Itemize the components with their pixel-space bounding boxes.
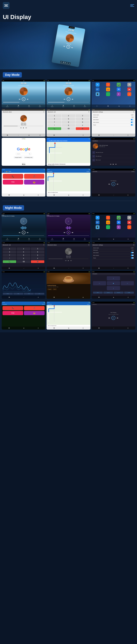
- night-bb-apps-nav[interactable]: ⊞: [128, 297, 128, 298]
- carplay-music[interactable]: 🎵: [24, 174, 44, 179]
- call-end-btn[interactable]: 📵: [76, 127, 89, 130]
- bb-music-call[interactable]: ♪: [68, 134, 69, 136]
- bb-gps-bt[interactable]: ◉: [28, 134, 30, 136]
- bottom-prev-btn[interactable]: ⏮: [108, 317, 110, 319]
- social-next[interactable]: ⏭: [115, 164, 117, 165]
- night-play-1[interactable]: ⏸: [22, 231, 26, 234]
- eq-mid[interactable]: MID: [13, 293, 23, 294]
- night-bb-gps-nav[interactable]: ◉: [113, 297, 114, 298]
- night-bt-next[interactable]: ⏭: [70, 260, 72, 261]
- night-app-yt[interactable]: ▶: [127, 220, 131, 224]
- night-app-podcast[interactable]: 🎙: [117, 225, 121, 229]
- bb-gps-google[interactable]: ◉: [24, 164, 25, 165]
- call-answer-btn[interactable]: 📞: [48, 127, 61, 130]
- google-lucky-btn[interactable]: I'm Feeling Lucky: [24, 156, 34, 158]
- social-play[interactable]: ▶: [113, 164, 114, 165]
- call-btn-star[interactable]: *: [48, 124, 61, 127]
- app-more[interactable]: +: [127, 92, 131, 96]
- bb-dial-1[interactable]: ☎DIAL: [18, 105, 19, 107]
- night-bb-settings-bt-music[interactable]: ⚙: [82, 268, 84, 269]
- bb-apps-carplay[interactable]: ⊞: [38, 194, 39, 196]
- night-next-2[interactable]: ⏭: [72, 232, 74, 234]
- bb-phone-google[interactable]: ☎: [22, 164, 23, 165]
- bb-gear-settings[interactable]: ⚙: [128, 134, 128, 136]
- night-call-btn-4[interactable]: 4: [3, 251, 16, 253]
- app-maps[interactable]: 🗺: [117, 88, 121, 91]
- call-btn-7[interactable]: 7: [48, 121, 61, 124]
- night-app-more[interactable]: +: [127, 225, 131, 229]
- night-nav-btn-3[interactable]: ROUTE: [114, 292, 124, 294]
- bb-email-1[interactable]: ✉EMAIL: [6, 105, 9, 107]
- night-call-btn-8[interactable]: 8: [17, 254, 30, 256]
- app-bt[interactable]: BT: [96, 88, 100, 91]
- bb-home-apps[interactable]: ⊞: [130, 106, 130, 107]
- night-call-btn-2[interactable]: 2: [17, 248, 30, 250]
- bb-music-nav-music[interactable]: ♪: [113, 194, 114, 196]
- nav-down-btn[interactable]: ↓: [107, 286, 120, 290]
- bb-music-bottom-play[interactable]: ♪: [113, 328, 114, 329]
- app-spotify[interactable]: 🎵: [106, 92, 110, 96]
- bb-phone-nav-music[interactable]: ☎: [98, 194, 100, 196]
- play-icon[interactable]: ⏸: [66, 45, 70, 49]
- night-bb-phone-food[interactable]: ☎: [54, 297, 55, 298]
- prev-1[interactable]: ⏮: [19, 98, 20, 100]
- bb-phone-bt[interactable]: ☎: [7, 134, 8, 136]
- call-btn-0[interactable]: 0: [62, 124, 75, 127]
- call-btn-2[interactable]: 2: [62, 114, 75, 117]
- call-btn-8[interactable]: 8: [62, 121, 75, 124]
- night-call-btn-0[interactable]: 0: [17, 257, 30, 260]
- night-bt-play[interactable]: ▶: [68, 260, 69, 261]
- bottom-app-podcast[interactable]: POD: [2, 311, 23, 315]
- carplay-phone[interactable]: 📞: [3, 174, 23, 179]
- bb-apps-bottom-carplay[interactable]: ⊞: [38, 328, 39, 329]
- bb-apps-1[interactable]: ⊞APPS: [39, 105, 41, 107]
- google-search-bar[interactable]: Search... 🔍: [16, 153, 32, 155]
- night-bb-phone-settings[interactable]: ☎: [98, 268, 100, 269]
- night-app-settings[interactable]: ⚙: [127, 216, 131, 220]
- bb-apps-bt[interactable]: ⊞: [40, 134, 40, 136]
- night-bb-phone-apps[interactable]: ☎: [98, 238, 100, 240]
- call-btn-hash[interactable]: #: [76, 124, 89, 127]
- bottom-app-radio[interactable]: 📻: [24, 311, 44, 315]
- night-bb-music-bt-call[interactable]: ♪: [24, 268, 24, 269]
- nav-play-btn[interactable]: ▶: [112, 182, 115, 186]
- bb-phone-bottom-play[interactable]: ☎: [98, 328, 100, 329]
- night-bt-prev[interactable]: ⏮: [65, 260, 66, 261]
- night-bb-apps-wave[interactable]: ⊞: [38, 297, 39, 298]
- app-camera[interactable]: 📱: [96, 92, 100, 96]
- night-prev-1[interactable]: ⏮: [19, 232, 20, 234]
- night-bb-gps-1[interactable]: ◉GPS: [28, 238, 30, 240]
- call-btn-6[interactable]: 6: [76, 118, 89, 120]
- night-bb-dial-1[interactable]: ☎DIAL: [18, 238, 19, 240]
- bb-maps-carplay[interactable]: ◉: [23, 194, 24, 196]
- night-app-maps[interactable]: 🗺: [117, 220, 121, 224]
- night-bb-apps-1[interactable]: ⊞APPS: [39, 238, 41, 240]
- app-yt[interactable]: ▶: [127, 88, 131, 91]
- night-prev-2[interactable]: ⏮: [64, 232, 65, 234]
- bottom-play-btn[interactable]: ▶: [112, 316, 115, 320]
- night-app-spotify[interactable]: 🎵: [106, 225, 110, 229]
- bb-music-bt[interactable]: ♪: [18, 134, 18, 136]
- auto-connect-toggle[interactable]: [131, 122, 134, 123]
- call-btn-5[interactable]: 5: [62, 118, 75, 120]
- bb-apps-2[interactable]: ⊞APPS: [84, 105, 86, 107]
- night-bb-phone-nav[interactable]: ☎: [98, 297, 100, 298]
- night-bt-call-close[interactable]: ✕: [43, 244, 44, 246]
- bottom-app-phone[interactable]: 📞: [2, 306, 23, 310]
- nav-prev-btn[interactable]: ⏮: [108, 183, 110, 185]
- bottom-app-music[interactable]: 🎵: [24, 306, 44, 310]
- night-bb-music-wave[interactable]: ♪: [24, 297, 24, 298]
- auto-answer-toggle[interactable]: [131, 119, 134, 120]
- night-bt-settings-close[interactable]: ✕: [133, 244, 134, 246]
- eq-bass[interactable]: BASS: [3, 293, 13, 294]
- google-search-btn[interactable]: Google Search: [14, 156, 22, 158]
- power-toggle[interactable]: [131, 124, 134, 126]
- bb-apps-nav-music[interactable]: ⊞: [128, 194, 128, 196]
- night-bb-apps-2[interactable]: ⊞APPS: [84, 238, 86, 240]
- night-app-camera[interactable]: 📷: [117, 216, 121, 220]
- night-app-waze[interactable]: 🚗: [106, 220, 110, 224]
- night-bb-settings-bt-call[interactable]: ⚙: [38, 268, 39, 269]
- bb-phone-settings[interactable]: ☎: [98, 134, 100, 136]
- bb-apps-bottom-play[interactable]: ⊞: [128, 328, 128, 329]
- carplay-more[interactable]: 📻: [24, 180, 44, 184]
